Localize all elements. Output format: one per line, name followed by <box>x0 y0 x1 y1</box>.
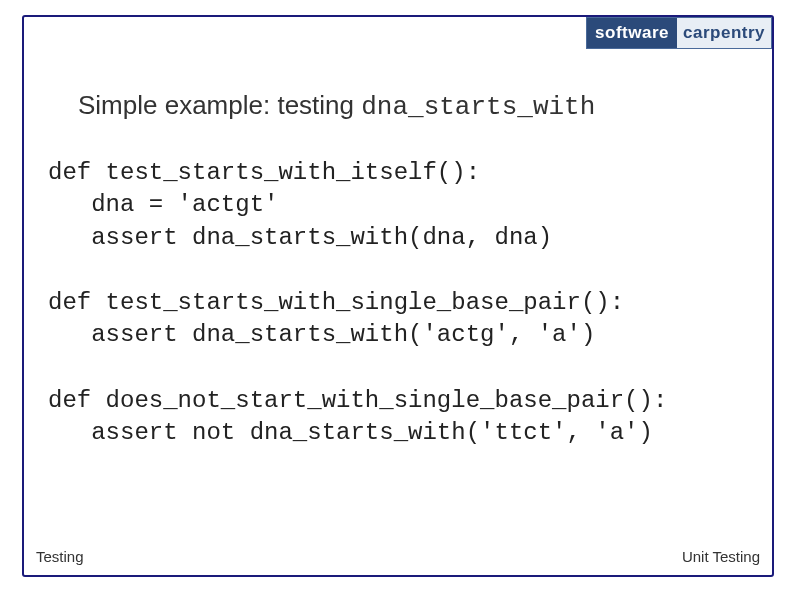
title-prefix: Simple example: testing <box>78 90 361 120</box>
logo: software carpentry <box>586 17 772 49</box>
code-block-1: def test_starts_with_itself(): dna = 'ac… <box>48 157 552 254</box>
logo-right-text: carpentry <box>677 18 771 48</box>
slide-frame: software carpentry Simple example: testi… <box>22 15 774 577</box>
code-block-2: def test_starts_with_single_base_pair():… <box>48 287 624 352</box>
title-code: dna_starts_with <box>361 92 595 122</box>
code-block-3: def does_not_start_with_single_base_pair… <box>48 385 667 450</box>
slide-title: Simple example: testing dna_starts_with <box>78 90 595 122</box>
footer-left: Testing <box>36 548 84 565</box>
logo-left-text: software <box>587 18 677 48</box>
footer-right: Unit Testing <box>682 548 760 565</box>
